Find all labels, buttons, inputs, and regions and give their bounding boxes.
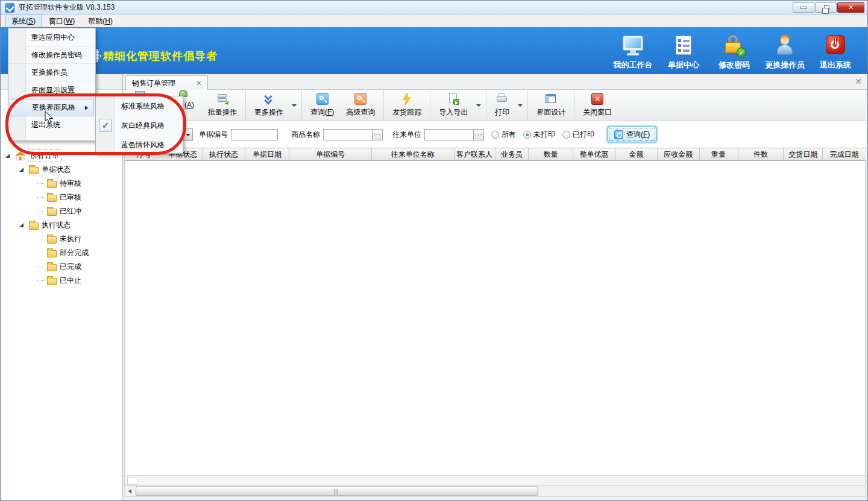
expander-icon[interactable] xyxy=(5,154,10,158)
tree-item-label: 已红冲 xyxy=(60,206,81,216)
expander-icon[interactable] xyxy=(19,223,24,227)
menu-window[interactable]: 窗口(W) xyxy=(43,14,81,28)
app-logo-icon xyxy=(5,3,14,13)
order-tree: 所有订单 单据状态 待审核 已审核 已红冲 xyxy=(1,149,122,288)
scroll-left-arrow-icon xyxy=(128,489,131,494)
toolbar-ui-design-button[interactable]: 界面设计 xyxy=(530,92,571,119)
tab-sales-order-management[interactable]: 销售订单管理 ✕ xyxy=(125,75,208,90)
shortcut-my-workbench[interactable]: 我的工作台 xyxy=(608,34,658,71)
more-ops-chevron-icon xyxy=(263,93,275,105)
folder-icon xyxy=(47,195,57,202)
tree-item-red-flushed[interactable]: 已红冲 xyxy=(1,204,122,218)
menu-item-switch-operator[interactable]: 更换操作员 xyxy=(8,64,95,81)
ui-style-submenu: 标准系统风格 ✓ 灰白经典风格 蓝色情怀风格 xyxy=(95,96,183,154)
folder-icon xyxy=(29,167,39,174)
minimize-icon xyxy=(800,7,807,9)
menu-item-change-operator-password[interactable]: 修改操作员密码 xyxy=(8,46,95,64)
menu-system[interactable]: 系统(S) xyxy=(5,14,42,28)
tree-connector xyxy=(37,253,44,253)
printer-icon xyxy=(496,93,508,105)
partner-lookup-ellipsis-button[interactable]: ··· xyxy=(474,129,484,140)
scrollbar-grip-icon xyxy=(334,489,339,494)
doc-no-input[interactable] xyxy=(231,129,278,140)
col-amount[interactable]: 金额 xyxy=(615,148,658,160)
tree-item-pending-review[interactable]: 待审核 xyxy=(1,177,122,191)
tree-group-exec-status[interactable]: 执行状态 xyxy=(1,218,122,232)
product-lookup-ellipsis-button[interactable]: ··· xyxy=(373,129,383,140)
submenu-item-standard-style[interactable]: 标准系统风格 xyxy=(96,96,183,116)
shortcut-switch-operator[interactable]: 更换操作员 xyxy=(760,34,810,71)
col-finish-date[interactable]: 完成日期 xyxy=(823,148,866,160)
scroll-left-button[interactable] xyxy=(125,486,135,496)
submenu-item-gray-classic-style[interactable]: ✓ 灰白经典风格 xyxy=(96,116,183,135)
radio-all[interactable]: 所有 xyxy=(491,130,516,140)
dropdown-arrow-icon[interactable] xyxy=(476,104,481,107)
tree-item-aborted[interactable]: 已中止 xyxy=(1,274,122,288)
close-button[interactable]: ✕ xyxy=(837,2,864,13)
menu-item-exit-system[interactable]: 退出系统 xyxy=(8,116,95,134)
shortcut-document-center[interactable]: 单据中心 xyxy=(659,34,708,71)
col-pieces[interactable]: 件数 xyxy=(738,148,784,160)
expander-icon[interactable] xyxy=(19,168,24,172)
header-banner: 丰 ·精细化管理软件倡导者 我的工作台 单据中心 ✓ 修改密码 xyxy=(1,27,867,74)
shortcut-label: 我的工作台 xyxy=(614,60,653,71)
menu-item-ui-display-settings[interactable]: 界面显示设置 xyxy=(8,81,95,99)
import-export-icon xyxy=(447,93,459,105)
col-weight[interactable]: 重量 xyxy=(700,148,738,160)
toolbar-shipment-tracking-button[interactable]: 发货跟踪 xyxy=(386,92,427,119)
col-order-discount[interactable]: 整单优惠 xyxy=(573,148,615,160)
menu-help[interactable]: 帮助(H) xyxy=(82,14,119,28)
table-footer xyxy=(124,475,866,485)
toolbar-print-button[interactable]: 打印 xyxy=(489,92,515,119)
tree-item-reviewed[interactable]: 已审核 xyxy=(1,191,122,204)
tree-item-label: 已中止 xyxy=(60,276,81,286)
menu-item-reconnect-app-center[interactable]: 重连应用中心 xyxy=(8,29,95,46)
tree-item-completed[interactable]: 已完成 xyxy=(1,260,122,274)
col-delivery-date[interactable]: 交货日期 xyxy=(784,148,823,160)
tab-close-icon[interactable]: ✕ xyxy=(196,79,202,87)
dropdown-arrow-icon[interactable] xyxy=(292,104,297,107)
system-menu: 重连应用中心 修改操作员密码 更换操作员 界面显示设置 更换界面风格 退出系统 xyxy=(8,28,96,141)
toolbar-more-ops-button[interactable]: 更多操作 xyxy=(248,92,289,119)
col-customer-contact[interactable]: 客户联系人 xyxy=(454,148,495,160)
toolbar-query-button[interactable]: 查询(F) xyxy=(304,92,340,119)
scrollbar-thumb[interactable] xyxy=(136,487,538,496)
folder-icon xyxy=(47,264,57,271)
tree-item-label: 部分完成 xyxy=(60,248,89,258)
col-salesperson[interactable]: 业务员 xyxy=(495,148,529,160)
partner-input[interactable] xyxy=(424,129,474,140)
col-doc-no[interactable]: 单据编号 xyxy=(289,148,372,160)
shortcut-label: 单据中心 xyxy=(668,60,699,71)
col-quantity[interactable]: 数量 xyxy=(529,148,573,160)
shortcut-exit-system[interactable]: 退出系统 xyxy=(811,34,860,71)
product-name-label: 商品名称 xyxy=(291,130,320,140)
col-doc-date[interactable]: 单据日期 xyxy=(245,148,290,160)
dropdown-arrow-icon[interactable] xyxy=(518,104,523,107)
tree-connector xyxy=(37,239,44,239)
minimize-button[interactable] xyxy=(793,2,814,13)
toolbar-batch-ops-button[interactable]: 批量操作 xyxy=(202,92,243,119)
toolbar-close-window-button[interactable]: 关闭窗口 xyxy=(577,92,618,119)
tree-group-doc-status[interactable]: 单据状态 xyxy=(1,163,122,177)
folder-icon xyxy=(47,209,57,216)
toolbar-import-export-button[interactable]: 导入导出 xyxy=(433,92,474,119)
panel-close-icon[interactable]: ✕ xyxy=(855,77,862,86)
col-partner-name[interactable]: 往来单位名称 xyxy=(372,148,454,160)
tree-item-partially-done[interactable]: 部分完成 xyxy=(1,246,122,260)
combobox-dropdown-icon[interactable] xyxy=(183,129,192,140)
restore-button[interactable] xyxy=(815,2,837,13)
radio-unprinted[interactable]: 未打印 xyxy=(523,130,555,140)
radio-printed[interactable]: 已打印 xyxy=(562,130,594,140)
toolbar-advanced-query-button[interactable]: 高级查询 xyxy=(340,92,381,119)
col-receivable[interactable]: 应收金额 xyxy=(658,148,700,160)
tree-item-label: 待审核 xyxy=(60,178,81,189)
product-name-input[interactable] xyxy=(323,129,373,140)
tree-item-not-executed[interactable]: 未执行 xyxy=(1,232,122,246)
col-exec-status[interactable]: 执行状态 xyxy=(203,148,245,160)
shortcut-change-password[interactable]: ✓ 修改密码 xyxy=(709,34,759,71)
submenu-item-blue-style[interactable]: 蓝色情怀风格 xyxy=(96,135,183,154)
query-button[interactable]: 查询(F) xyxy=(608,127,656,142)
horizontal-scrollbar[interactable] xyxy=(124,485,866,497)
menu-item-change-ui-style[interactable]: 更换界面风格 xyxy=(10,99,94,116)
batch-ops-icon xyxy=(216,93,228,105)
